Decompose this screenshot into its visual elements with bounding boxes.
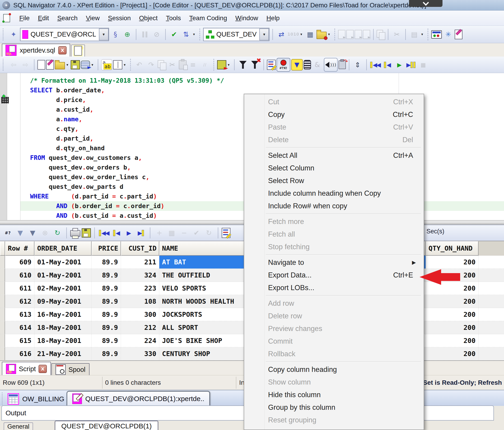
binary-data-icon[interactable]: 1010 (288, 29, 299, 40)
data-grid-icon[interactable]: ▦ (305, 29, 315, 40)
delete-row-icon[interactable]: − (179, 227, 189, 238)
tab-xpertdev-sql[interactable]: xpertdev.sql X (2, 44, 70, 56)
grid-cell[interactable]: 18-May-2001 (35, 334, 91, 347)
tab-ow-billing[interactable]: OW_BILLING (5, 392, 67, 406)
menu-object[interactable]: Object (135, 13, 162, 23)
notification-chip[interactable] (409, 0, 442, 7)
context-menu-item-delete[interactable]: DeleteDel (244, 133, 424, 146)
grid-cell[interactable]: 02-May-2001 (35, 282, 91, 295)
execute-refresh-icon-caret[interactable]: ▼ (193, 33, 196, 36)
find-replace-icon[interactable] (101, 59, 112, 70)
code-xpert-icon[interactable]: #?X! (277, 58, 290, 72)
split-editor-icon[interactable] (113, 60, 122, 69)
context-menu-item-stop-fetching[interactable]: Stop fetching (244, 241, 424, 253)
context-menu-item-cut[interactable]: CutCtrl+X (244, 95, 424, 108)
grid-cell[interactable]: 200 (426, 321, 478, 334)
grid-cell[interactable]: 89.9 (91, 256, 121, 269)
grid-cell[interactable]: 212 (121, 321, 159, 334)
undo-icon[interactable]: ↶ (134, 59, 145, 70)
dropdown-button[interactable]: ▼ (99, 28, 108, 40)
grid-cell[interactable]: 108 (121, 295, 159, 308)
menu-help[interactable]: Help (262, 13, 284, 23)
schema-combo[interactable]: QUEST_DEV▼ (203, 28, 270, 41)
context-menu-item-include-column-heading-when-copy[interactable]: Include column heading when Copy (244, 187, 424, 200)
output-window-icon[interactable] (431, 30, 442, 38)
context-menu-item-include-row-when-copy[interactable]: Include Row# when copy (244, 200, 424, 212)
count-rows-icon[interactable]: #? (2, 227, 13, 238)
new-document-icon[interactable] (37, 60, 45, 70)
grid-cell[interactable]: 300 (121, 308, 159, 321)
context-menu-item-copy-column-heading[interactable]: Copy column heading (244, 363, 424, 376)
menu-tools[interactable]: Tools (162, 13, 185, 23)
stop-run-icon[interactable]: ■ (417, 59, 429, 70)
paste-special-icon[interactable] (339, 60, 346, 69)
first-record-icon[interactable]: ◀◀ (370, 59, 381, 70)
tab-general[interactable]: General (4, 422, 33, 430)
post-changes-icon[interactable]: ✔ (191, 227, 202, 238)
open-file-icon-caret[interactable]: ▼ (66, 63, 69, 67)
save-file-icon[interactable] (71, 60, 80, 69)
open-object-icon-caret[interactable]: ▼ (327, 33, 331, 36)
reference-book-icon[interactable]: ▤ (409, 29, 420, 40)
context-menu-item-rollback[interactable]: Rollback (244, 347, 424, 360)
filter-down-icon[interactable]: ▼ (15, 227, 26, 238)
menu-window[interactable]: Window (231, 13, 262, 23)
grip-handle[interactable] (2, 393, 4, 404)
open-file-icon[interactable] (55, 62, 65, 69)
print-grid-icon[interactable] (70, 230, 80, 237)
binary-data-icon-caret[interactable]: ▼ (300, 33, 303, 36)
grid-cell[interactable]: 200 (426, 334, 478, 347)
row-height-icon[interactable]: ⇕ (352, 59, 363, 70)
copy-icon[interactable] (158, 60, 164, 68)
send-to-4-icon[interactable] (363, 30, 370, 39)
grid-cell[interactable]: 330 (121, 347, 159, 360)
grid-cell[interactable]: 609 (5, 256, 35, 269)
grid-cell[interactable]: 89.9 (91, 321, 121, 334)
web-support-icon[interactable]: ⊕ (122, 29, 133, 40)
grid-cell[interactable]: 616 (5, 347, 35, 360)
insert-row-icon[interactable]: + (154, 227, 165, 238)
execute-icon[interactable]: ✔ (169, 29, 180, 40)
column-header-row[interactable]: Row # (5, 241, 35, 256)
cancel-query-icon[interactable]: ⊗ (39, 227, 51, 238)
tab-script[interactable]: Script X (2, 362, 51, 375)
column-header-order-date[interactable]: ORDER_DATE (35, 241, 91, 256)
code-analysis-icon[interactable] (267, 60, 276, 70)
comment-lines-icon[interactable]: // (199, 59, 210, 70)
refresh-query-icon[interactable]: ↻ (52, 227, 63, 238)
tab-connection-output[interactable]: QUEST_DEV@ORCLPDB(1) (55, 421, 158, 430)
grid-cell[interactable]: 89.9 (91, 347, 121, 360)
tab-spool[interactable]: Spool (51, 363, 90, 375)
grid-cell[interactable]: 611 (5, 282, 35, 295)
context-menu-item-fetch-more[interactable]: Fetch more (244, 215, 424, 228)
grid-cell[interactable]: 18-May-2001 (35, 321, 91, 334)
navigate-forward-icon[interactable]: ⇨ (20, 59, 31, 70)
send-to-3-icon[interactable] (355, 30, 362, 39)
editor-properties-icon[interactable] (46, 60, 54, 70)
context-menu-item-select-column[interactable]: Select Column (244, 162, 424, 174)
format-code-icon[interactable]: ≡ (188, 59, 198, 70)
reference-book-icon-caret[interactable]: ▼ (421, 33, 424, 36)
send-to-2-icon[interactable] (346, 30, 354, 39)
edit-document-icon[interactable] (455, 30, 462, 39)
grid-cell[interactable]: 16-May-2001 (35, 308, 91, 321)
previous-record-icon[interactable]: ◀ (382, 59, 393, 70)
navigate-back-icon[interactable]: ⇦ (8, 59, 19, 70)
execute-refresh-icon[interactable]: ⇅ (181, 29, 192, 40)
new-tab-button[interactable] (71, 45, 85, 56)
execute-to-file-icon[interactable] (217, 60, 226, 69)
grid-cell[interactable]: 224 (121, 334, 159, 347)
grid-cell[interactable]: 200 (426, 295, 478, 308)
grid-cell[interactable]: 223 (121, 282, 159, 295)
paste-icon[interactable] (179, 60, 187, 69)
close-tab-button[interactable]: X (58, 46, 67, 55)
menu-session[interactable]: Session (104, 13, 135, 23)
grid-cell[interactable]: 89.9 (91, 334, 121, 347)
context-menu-item-export-lobs[interactable]: Export LOBs... (244, 281, 424, 294)
grid-cell[interactable]: 01-May-2001 (35, 256, 91, 269)
grid-cell[interactable]: 21-May-2001 (35, 347, 91, 360)
last-row-icon[interactable]: ▶ (135, 227, 146, 238)
grid-cell[interactable]: 89.9 (91, 308, 121, 321)
context-menu-item-select-row[interactable]: Select Row (244, 174, 424, 187)
context-menu-item-fetch-all[interactable]: Fetch all (244, 228, 424, 241)
